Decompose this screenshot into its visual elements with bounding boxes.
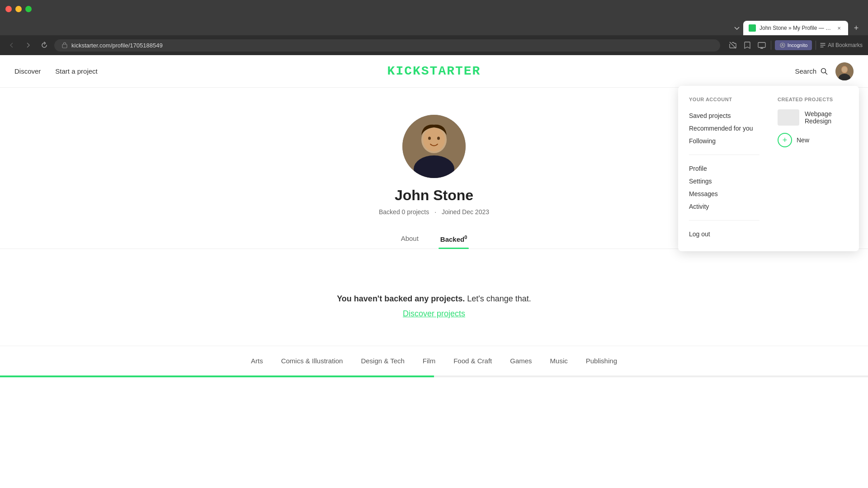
refresh-button[interactable]	[38, 39, 51, 52]
main-content: You haven't backed any projects. Let's c…	[253, 267, 615, 346]
plus-icon: +	[778, 133, 792, 147]
footer-cat-music[interactable]: Music	[550, 357, 568, 365]
new-project-label: New	[797, 136, 809, 144]
footer-cat-design[interactable]: Design & Tech	[361, 357, 404, 365]
no-backed-text: You haven't backed any projects. Let's c…	[262, 294, 606, 304]
browser-chrome: John Stone » My Profile — Kick ✕ + kicks…	[0, 0, 868, 55]
profile-avatar	[402, 115, 466, 178]
tab-about[interactable]: About	[399, 229, 420, 249]
new-project-button[interactable]: + New	[778, 133, 848, 147]
joined-label: Joined Dec 2023	[442, 208, 489, 216]
tab-list-dropdown[interactable]	[732, 23, 741, 33]
incognito-badge: Incognito	[775, 40, 812, 50]
address-bar[interactable]: kickstarter.com/profile/1705188549	[54, 39, 720, 52]
toolbar-separator2	[816, 41, 816, 50]
tab-backed-count: 0	[464, 235, 467, 240]
incognito-label: Incognito	[788, 42, 808, 48]
search-icon	[820, 67, 828, 75]
search-button[interactable]: Search	[795, 67, 828, 75]
window-close-button[interactable]	[5, 6, 12, 12]
svg-point-13	[437, 137, 440, 140]
profile-meta: Backed 0 projects · Joined Dec 2023	[377, 208, 491, 216]
new-tab-button[interactable]: +	[850, 22, 863, 34]
toolbar-icons	[727, 40, 767, 51]
svg-point-8	[842, 67, 847, 72]
logout-link[interactable]: Log out	[689, 228, 760, 240]
nav-left: Discover Start a project	[14, 67, 98, 75]
project-thumbnail	[778, 109, 799, 126]
page: Discover Start a project KICKSTARTER Sea…	[0, 55, 868, 462]
account-dropdown-menu: YOUR ACCOUNT Saved projects Recommended …	[678, 86, 859, 251]
back-button[interactable]	[5, 39, 18, 52]
tab-favicon	[749, 24, 756, 32]
window-maximize-button[interactable]	[25, 6, 32, 12]
avatar-image	[835, 62, 854, 80]
progress-bar	[0, 375, 434, 377]
svg-point-12	[428, 137, 431, 140]
bookmarks-button[interactable]: All Bookmarks	[820, 42, 863, 48]
bookmarks-label: All Bookmarks	[828, 42, 863, 48]
profile-avatar-image	[402, 115, 466, 178]
tab-backed[interactable]: Backed0	[439, 229, 469, 249]
svg-rect-1	[758, 42, 765, 47]
tab-title: John Stone » My Profile — Kick	[760, 25, 832, 31]
created-projects-title: CREATED PROJECTS	[778, 97, 848, 102]
footer-cat-comics[interactable]: Comics & Illustration	[281, 357, 343, 365]
svg-rect-0	[62, 44, 67, 48]
dropdown-account-col: YOUR ACCOUNT Saved projects Recommended …	[689, 97, 760, 240]
bookmark-icon[interactable]	[742, 40, 753, 51]
tab-close-button[interactable]: ✕	[835, 24, 843, 32]
footer-cat-film[interactable]: Film	[423, 357, 435, 365]
created-project-item: Webpage Redesign	[778, 109, 848, 126]
browser-toolbar: kickstarter.com/profile/1705188549 Incog…	[0, 35, 868, 55]
activity-link[interactable]: Activity	[689, 200, 760, 213]
dropdown-divider	[689, 155, 760, 155]
browser-titlebar	[0, 0, 868, 18]
recommended-link[interactable]: Recommended for you	[689, 122, 760, 135]
main-nav: Discover Start a project KICKSTARTER Sea…	[0, 55, 868, 88]
profile-link[interactable]: Profile	[689, 162, 760, 175]
forward-button[interactable]	[22, 39, 34, 52]
discover-projects-link[interactable]: Discover projects	[262, 309, 606, 319]
footer-cat-publishing[interactable]: Publishing	[586, 357, 617, 365]
active-tab[interactable]: John Stone » My Profile — Kick ✕	[743, 21, 848, 35]
dropdown-projects-col: CREATED PROJECTS Webpage Redesign + New	[778, 97, 848, 240]
progress-bar-container	[0, 375, 868, 377]
footer-cat-food[interactable]: Food & Craft	[453, 357, 492, 365]
change-text: Let's change that.	[467, 294, 531, 303]
footer-cat-games[interactable]: Games	[510, 357, 532, 365]
window-minimize-button[interactable]	[15, 6, 22, 12]
search-label: Search	[795, 67, 816, 75]
user-avatar[interactable]	[835, 62, 854, 80]
following-link[interactable]: Following	[689, 135, 760, 147]
window-controls	[5, 6, 32, 12]
tab-backed-label: Backed	[440, 235, 464, 243]
logo[interactable]: KICKSTARTER	[387, 64, 481, 78]
your-account-title: YOUR ACCOUNT	[689, 97, 760, 102]
dropdown-divider2	[689, 220, 760, 221]
settings-link[interactable]: Settings	[689, 175, 760, 188]
backed-label: Backed 0 projects	[379, 208, 429, 216]
profile-name: John Stone	[395, 187, 473, 204]
saved-projects-link[interactable]: Saved projects	[689, 109, 760, 122]
nav-right: Search	[795, 62, 854, 80]
discover-nav-link[interactable]: Discover	[14, 67, 41, 75]
messages-link[interactable]: Messages	[689, 188, 760, 200]
toolbar-separator	[771, 41, 771, 50]
camera-off-icon[interactable]	[727, 40, 738, 51]
svg-point-3	[782, 44, 783, 45]
start-project-nav-link[interactable]: Start a project	[55, 67, 97, 75]
footer-categories: Arts Comics & Illustration Design & Tech…	[0, 346, 868, 375]
url-display: kickstarter.com/profile/1705188549	[71, 42, 713, 49]
project-name[interactable]: Webpage Redesign	[805, 110, 848, 125]
no-backed-strong: You haven't backed any projects.	[337, 294, 465, 303]
device-icon[interactable]	[756, 40, 767, 51]
svg-point-11	[423, 128, 445, 151]
logo-text: KICKSTARTER	[387, 64, 481, 78]
meta-dot: ·	[434, 208, 436, 216]
tab-bar: John Stone » My Profile — Kick ✕ +	[0, 18, 868, 35]
footer-cat-arts[interactable]: Arts	[251, 357, 263, 365]
